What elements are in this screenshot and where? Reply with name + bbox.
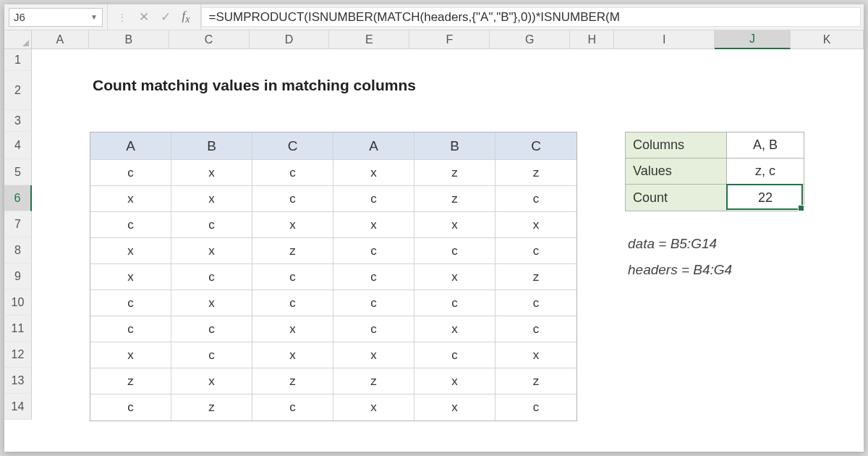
data-cell[interactable]: x xyxy=(171,290,252,316)
data-cell[interactable]: c xyxy=(333,290,414,316)
data-cell[interactable]: c xyxy=(252,290,333,316)
data-cell[interactable]: x xyxy=(333,160,414,186)
data-cell[interactable]: c xyxy=(414,290,495,316)
data-cell[interactable]: z xyxy=(252,368,333,394)
data-header-cell[interactable]: C xyxy=(495,132,576,160)
row-header[interactable]: 11 xyxy=(4,316,32,342)
data-cell[interactable]: c xyxy=(333,264,414,290)
data-cell[interactable]: x xyxy=(171,238,252,264)
data-cell[interactable]: c xyxy=(171,264,252,290)
data-cell[interactable]: x xyxy=(333,212,414,238)
data-cell[interactable]: c xyxy=(495,290,576,316)
data-header-cell[interactable]: A xyxy=(333,132,414,160)
data-cell[interactable]: c xyxy=(414,342,495,368)
data-cell[interactable]: z xyxy=(252,238,333,264)
data-cell[interactable]: c xyxy=(333,316,414,342)
row-header[interactable]: 9 xyxy=(4,263,32,290)
data-cell[interactable]: x xyxy=(414,316,495,342)
column-header[interactable]: C xyxy=(169,30,250,49)
data-header-cell[interactable]: C xyxy=(252,132,333,160)
data-cell[interactable]: x xyxy=(90,264,171,290)
row-header[interactable]: 2 xyxy=(4,71,32,110)
data-cell[interactable]: c xyxy=(171,212,252,238)
data-cell[interactable]: c xyxy=(252,394,333,421)
select-all-corner[interactable] xyxy=(4,30,32,49)
data-cell[interactable]: c xyxy=(495,186,576,212)
data-header-cell[interactable]: A xyxy=(90,132,171,160)
data-cell[interactable]: c xyxy=(171,342,252,368)
data-cell[interactable]: x xyxy=(414,212,495,238)
data-cell[interactable]: x xyxy=(90,342,171,368)
data-cell[interactable]: x xyxy=(333,342,414,368)
row-header[interactable]: 10 xyxy=(4,290,32,316)
data-cell[interactable]: z xyxy=(414,186,495,212)
column-header[interactable]: K xyxy=(791,30,864,49)
data-cell[interactable]: x xyxy=(252,212,333,238)
data-cell[interactable]: c xyxy=(495,316,576,342)
more-icon[interactable]: ⋮ xyxy=(118,12,127,22)
row-header[interactable]: 7 xyxy=(4,211,32,237)
fx-icon[interactable]: fx xyxy=(182,9,190,25)
data-cell[interactable]: c xyxy=(414,238,495,264)
row-header[interactable]: 4 xyxy=(4,132,32,159)
data-cell[interactable]: x xyxy=(414,264,495,290)
cells-canvas[interactable]: Count matching values in matching column… xyxy=(32,49,864,452)
data-cell[interactable]: c xyxy=(90,212,171,238)
data-cell[interactable]: x xyxy=(90,186,171,212)
data-cell[interactable]: x xyxy=(333,394,414,421)
column-header[interactable]: E xyxy=(329,30,409,49)
row-header[interactable]: 6 xyxy=(4,185,32,211)
data-cell[interactable]: x xyxy=(90,238,171,264)
data-cell[interactable]: x xyxy=(171,160,252,186)
data-cell[interactable]: c xyxy=(252,186,333,212)
data-cell[interactable]: z xyxy=(495,368,576,394)
row-header[interactable]: 1 xyxy=(4,49,32,71)
column-header[interactable]: F xyxy=(409,30,490,49)
data-cell[interactable]: c xyxy=(333,238,414,264)
data-header-cell[interactable]: B xyxy=(171,132,252,160)
row-header[interactable]: 13 xyxy=(4,368,32,394)
data-cell[interactable]: c xyxy=(90,160,171,186)
confirm-icon[interactable]: ✓ xyxy=(161,9,171,25)
data-cell[interactable]: z xyxy=(495,160,576,186)
data-cell[interactable]: c xyxy=(495,238,576,264)
cancel-icon[interactable]: ✕ xyxy=(139,9,149,25)
data-cell[interactable]: z xyxy=(171,394,252,421)
data-cell[interactable]: c xyxy=(252,160,333,186)
data-cell[interactable]: c xyxy=(495,394,576,421)
data-cell[interactable]: x xyxy=(171,186,252,212)
data-cell[interactable]: c xyxy=(171,316,252,342)
data-cell[interactable]: x xyxy=(495,212,576,238)
data-cell[interactable]: x xyxy=(252,342,333,368)
data-cell[interactable]: z xyxy=(414,160,495,186)
column-header[interactable]: G xyxy=(490,30,570,49)
column-header[interactable]: J xyxy=(715,30,791,49)
data-cell[interactable]: c xyxy=(90,394,171,421)
data-cell[interactable]: z xyxy=(495,264,576,290)
data-cell[interactable]: x xyxy=(252,316,333,342)
data-header-cell[interactable]: B xyxy=(414,132,495,160)
formula-input[interactable]: =SUMPRODUCT(ISNUMBER(MATCH(headers,{"A",… xyxy=(201,7,861,27)
row-header[interactable]: 14 xyxy=(4,394,32,420)
name-box[interactable]: J6 ▼ xyxy=(9,8,103,27)
data-cell[interactable]: x xyxy=(171,368,252,394)
column-header[interactable]: H xyxy=(570,30,614,49)
row-header[interactable]: 8 xyxy=(4,237,32,263)
data-cell[interactable]: z xyxy=(333,368,414,394)
column-header[interactable]: A xyxy=(32,30,89,49)
data-cell[interactable]: z xyxy=(90,368,171,394)
column-header[interactable]: I xyxy=(614,30,715,49)
data-cell[interactable]: c xyxy=(90,290,171,316)
data-cell[interactable]: c xyxy=(252,264,333,290)
column-header[interactable]: D xyxy=(250,30,330,49)
row-header[interactable]: 3 xyxy=(4,110,32,132)
data-cell[interactable]: c xyxy=(333,186,414,212)
row-header[interactable]: 12 xyxy=(4,342,32,368)
column-header[interactable]: B xyxy=(89,30,169,49)
chevron-down-icon[interactable]: ▼ xyxy=(90,13,98,21)
row-header[interactable]: 5 xyxy=(4,159,32,185)
data-cell[interactable]: x xyxy=(495,342,576,368)
data-cell[interactable]: c xyxy=(90,316,171,342)
data-cell[interactable]: x xyxy=(414,368,495,394)
data-cell[interactable]: x xyxy=(414,394,495,421)
